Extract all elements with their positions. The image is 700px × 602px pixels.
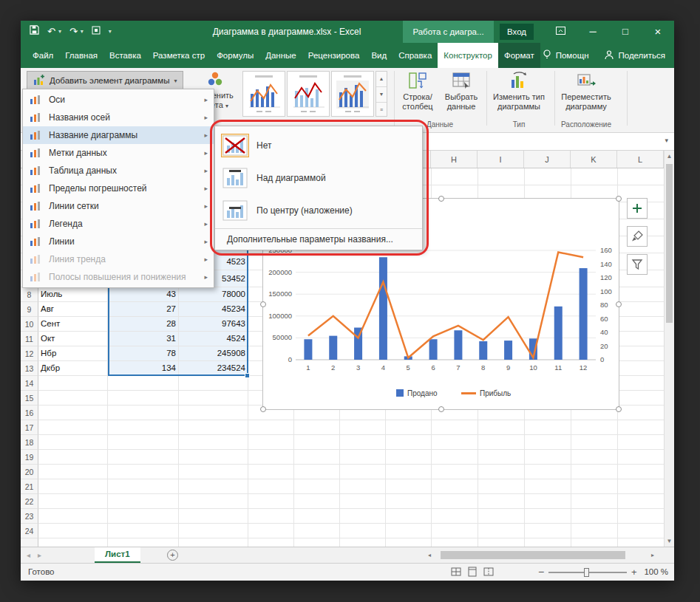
column-header-L[interactable]: L [617,151,664,168]
cell-J23[interactable] [525,509,571,524]
cell-J18[interactable] [525,435,571,450]
more-title-options-item[interactable]: Дополнительные параметры названия... [215,228,422,248]
cell-L13[interactable] [618,361,664,376]
cell-A14[interactable] [38,376,108,391]
zoom-slider-thumb[interactable] [584,568,589,577]
cell-A22[interactable] [38,494,108,509]
cell-B22[interactable] [108,494,179,509]
cell-D24[interactable] [248,524,294,538]
cell-B13[interactable]: 134 [108,361,179,376]
cell-G18[interactable] [386,435,432,450]
cell-B23[interactable] [108,509,179,524]
cell-E25[interactable] [294,538,340,547]
cell-B9[interactable]: 27 [108,302,179,317]
cell-G21[interactable] [386,479,432,494]
cell-J22[interactable] [525,494,571,509]
cell-I20[interactable] [478,465,525,479]
cell-F25[interactable] [340,538,386,547]
cell-A19[interactable] [38,450,108,465]
menu-item-gridlines[interactable]: Линии сетки▸ [23,197,214,215]
cell-C22[interactable] [179,494,248,509]
resize-handle[interactable] [438,196,444,202]
ribbon-tab-6[interactable]: Данные [259,43,302,68]
add-chart-element-button[interactable]: Добавить элемент диаграммы ▾ [27,71,183,90]
cell-C24[interactable] [179,524,248,538]
cell-C23[interactable] [179,509,248,524]
row-header-16[interactable]: 16 [21,406,38,420]
cell-C8[interactable]: 78000 [179,287,248,302]
cell-A8[interactable]: Июль [38,287,108,302]
cell-H1[interactable] [432,168,478,185]
cell-I23[interactable] [478,509,525,524]
row-header-21[interactable]: 21 [21,479,38,494]
scroll-down-icon[interactable]: ▼ [665,536,674,547]
column-header-K[interactable]: K [571,151,617,168]
row-header-15[interactable]: 15 [21,391,38,406]
cell-A18[interactable] [38,435,108,450]
cell-L12[interactable] [618,346,664,361]
cell-I1[interactable] [478,168,525,185]
cell-L22[interactable] [618,494,664,509]
cell-E21[interactable] [294,479,340,494]
cell-D18[interactable] [248,435,294,450]
cell-I18[interactable] [478,435,525,450]
row-header-9[interactable]: 9 [21,302,38,317]
cell-K25[interactable] [571,538,618,547]
submenu-item-title-above-chart[interactable]: Над диаграммой [215,162,422,194]
cell-A17[interactable] [38,420,108,435]
cell-F22[interactable] [340,494,386,509]
ribbon-tab-10[interactable]: Конструктор [438,43,498,68]
cell-E18[interactable] [294,435,340,450]
row-header-14[interactable]: 14 [21,376,38,391]
cell-I22[interactable] [478,494,525,509]
move-chart-button[interactable]: Переместить диаграмму [554,71,619,112]
page-break-preview-icon[interactable] [483,567,494,578]
select-data-button[interactable]: Выбрать данные [441,71,482,112]
cell-J21[interactable] [525,479,571,494]
menu-item-data-table[interactable]: Таблица данных▸ [23,162,214,179]
cell-G25[interactable] [386,538,432,547]
cell-B12[interactable]: 78 [108,346,179,361]
cell-I17[interactable] [478,420,525,435]
ribbon-tab-9[interactable]: Справка [393,43,438,68]
cell-K24[interactable] [571,524,618,538]
cell-J17[interactable] [525,420,571,435]
cell-B8[interactable]: 43 [108,287,179,302]
ribbon-tab-11[interactable]: Формат [498,43,540,68]
cell-C13[interactable]: 234524 [179,361,248,376]
cell-D23[interactable] [248,509,294,524]
sign-in-button[interactable]: Вход [500,24,534,40]
menu-item-lines[interactable]: Линии▸ [23,233,214,250]
row-header-11[interactable]: 11 [21,332,38,346]
zoom-slider[interactable] [548,572,627,573]
ribbon-tab-2[interactable]: Главная [59,43,103,68]
resize-handle[interactable] [260,301,266,307]
cell-I24[interactable] [478,524,525,538]
resize-handle[interactable] [438,406,444,412]
cell-K1[interactable] [571,168,618,185]
row-header-20[interactable]: 20 [21,465,38,479]
ribbon-tab-1[interactable]: Файл [27,43,59,68]
cell-D22[interactable] [248,494,294,509]
chart-elements-button[interactable] [627,198,648,219]
close-button[interactable]: × [642,21,674,43]
cell-B25[interactable] [108,538,179,547]
cell-J19[interactable] [525,450,571,465]
cell-F18[interactable] [340,435,386,450]
cell-G17[interactable] [386,420,432,435]
cell-F17[interactable] [340,420,386,435]
cell-A20[interactable] [38,465,108,479]
cell-C18[interactable] [179,435,248,450]
cell-K18[interactable] [571,435,618,450]
cell-A23[interactable] [38,509,108,524]
cell-G24[interactable] [386,524,432,538]
cell-H24[interactable] [432,524,478,538]
menu-item-legend[interactable]: Легенда▸ [23,215,214,233]
cell-L14[interactable] [618,376,664,391]
undo-chevron-icon[interactable]: ▾ [58,21,61,43]
cell-B15[interactable] [108,391,179,406]
horizontal-scroll-thumb[interactable] [441,551,625,559]
cell-C25[interactable] [179,538,248,547]
cell-L9[interactable] [618,302,664,317]
row-header-24[interactable]: 24 [21,524,38,538]
